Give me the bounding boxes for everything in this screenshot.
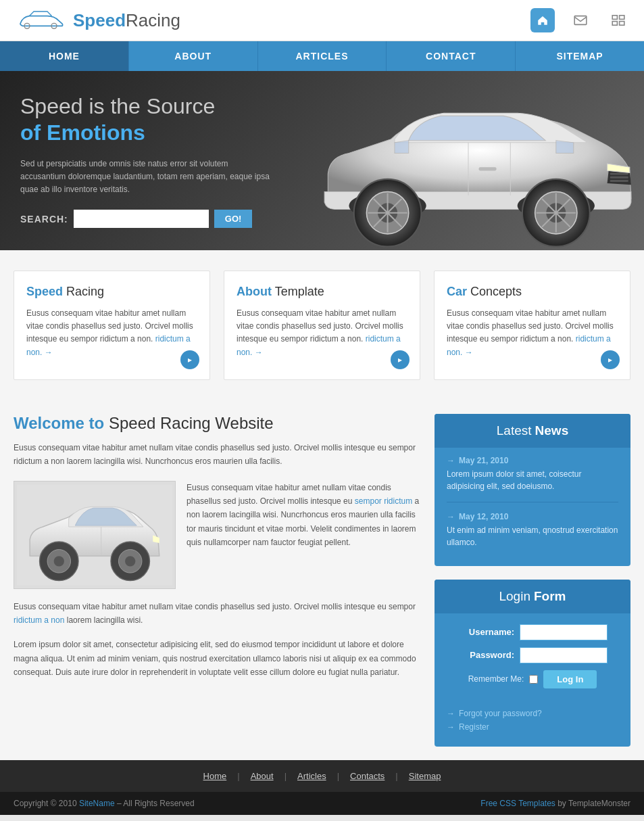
feature-speed-link[interactable]: ridictum a non. → [26, 334, 191, 356]
form-label-title: Form [534, 589, 566, 603]
welcome-title: Welcome to Speed Racing Website [14, 414, 421, 433]
logo-text: SpeedRacing [73, 10, 180, 31]
footer-sep-1: | [237, 771, 239, 781]
svg-rect-9 [610, 180, 628, 182]
feature-about-icon [391, 350, 410, 369]
username-row: Username: [447, 624, 618, 640]
svg-rect-7 [610, 173, 628, 175]
lorem-text: Lorem ipsum dolor sit amet, consectetur … [14, 638, 421, 679]
feature-speed: Speed Racing Eusus consequam vitae habit… [14, 271, 210, 380]
home-icon [537, 14, 549, 26]
login-links: Forgot your password? Register [435, 709, 630, 747]
feature-speed-icon [180, 350, 199, 369]
nav-contact[interactable]: CONTACT [387, 41, 516, 71]
news-date-2: May 12, 2010 [447, 512, 618, 521]
content-text: Eusus consequam vitae habitur amet nulla… [187, 481, 421, 589]
hero-section: Speed is the Source of Emotions Sed ut p… [0, 71, 644, 250]
free-css-link[interactable]: Free CSS Templates [480, 799, 555, 808]
feature-car-link[interactable]: ridictum a non. → [447, 334, 611, 356]
grid-icon [612, 15, 625, 26]
news-item-2: May 12, 2010 Ut enim ad minim veniam, qn… [447, 512, 618, 558]
latest-news-title: Latest News [497, 424, 568, 438]
svg-rect-4 [620, 16, 624, 20]
login-form-widget: Login Form Username: Password: Remember … [435, 580, 630, 747]
welcome-title-blue: Welcome to [14, 414, 104, 432]
logo-speed: Speed [73, 10, 126, 30]
mail-icon [574, 15, 587, 26]
hero-subtitle: of Emotions [20, 119, 270, 147]
login-title: Login Form [499, 590, 566, 603]
login-body: Username: Password: Remember Me: Log In [435, 613, 630, 709]
footer: Home | About | Articles | Contacts | Sit… [0, 760, 644, 792]
news-label: News [535, 423, 569, 438]
sidebar: Latest News May 21, 2010 Lorem ipsum dol… [435, 414, 630, 747]
feature-about-desc: Eusus consequam vitae habitur amet nulla… [237, 307, 407, 359]
feature-speed-desc: Eusus consequam vitae habitur amet nulla… [26, 307, 197, 359]
password-input[interactable] [520, 647, 608, 663]
log-in-button[interactable]: Log In [543, 670, 597, 688]
nav-articles[interactable]: ARTICLES [258, 41, 387, 71]
nav-sitemap[interactable]: SITEMAP [516, 41, 644, 71]
remember-checkbox[interactable] [529, 675, 538, 684]
home-button[interactable] [530, 8, 555, 32]
news-text-2: Ut enim ad minim veniam, qnostrud exerci… [447, 524, 618, 548]
feature-car-desc: Eusus consequam vitae habitur amet nulla… [447, 307, 618, 359]
welcome-desc: Eusus consequam vitae habitur amet nulla… [14, 441, 421, 469]
feature-car-title-blue: Car [447, 285, 467, 298]
ridictum-a-non-link[interactable]: ridictum a non [14, 615, 64, 625]
main-section: Welcome to Speed Racing Website Eusus co… [0, 400, 644, 760]
feature-about-link[interactable]: ridictum a non. → [237, 334, 401, 356]
hero-search-bar: SEARCH: GO! [20, 210, 270, 228]
username-input[interactable] [520, 624, 608, 640]
car-thumbnail [14, 481, 176, 589]
logo-area: SpeedRacing [14, 7, 180, 34]
feature-about: About Template Eusus consequam vitae hab… [224, 271, 420, 380]
footer-about-link[interactable]: About [251, 771, 274, 781]
search-input[interactable] [74, 210, 209, 228]
hero-car-image [286, 72, 644, 250]
feature-speed-title-rest: Racing [66, 285, 104, 298]
forgot-password-link[interactable]: Forgot your password? [447, 709, 618, 718]
footer-articles-link[interactable]: Articles [297, 771, 326, 781]
search-label: SEARCH: [20, 214, 68, 225]
site-name-link[interactable]: SiteName [79, 799, 115, 808]
header-icons [530, 8, 630, 32]
login-label: Login [499, 589, 530, 603]
svg-rect-3 [612, 16, 617, 20]
mail-button[interactable] [568, 8, 593, 32]
news-date-1: May 21, 2010 [447, 456, 618, 465]
logo-car-icon [14, 7, 68, 34]
content-after: Eusus consequam vitae habitur amet nulla… [14, 600, 421, 628]
footer-sitemap-link[interactable]: Sitemap [409, 771, 441, 781]
footer-contacts-link[interactable]: Contacts [350, 771, 385, 781]
username-label: Username: [447, 627, 514, 637]
register-link[interactable]: Register [447, 722, 618, 732]
feature-car: Car Concepts Eusus consequam vitae habit… [434, 271, 630, 380]
feature-car-title-rest: Concepts [470, 285, 522, 298]
footer-sep-2: | [284, 771, 287, 781]
footer-home-link[interactable]: Home [203, 771, 227, 781]
login-header: Login Form [435, 580, 630, 613]
svg-rect-2 [574, 16, 587, 25]
nav-about[interactable]: ABOUT [129, 41, 258, 71]
welcome-title-rest: Speed Racing Website [109, 414, 274, 432]
latest-news-header: Latest News [435, 414, 630, 448]
remember-row: Remember Me: Log In [447, 670, 618, 688]
svg-rect-6 [620, 22, 624, 26]
grid-button[interactable] [606, 8, 630, 32]
hero-content: Speed is the Source of Emotions Sed ut p… [0, 73, 291, 249]
copyright-right: Free CSS Templates by TemplateMonster [480, 799, 630, 808]
footer-sep-3: | [337, 771, 339, 781]
svg-rect-28 [479, 167, 497, 170]
svg-point-35 [125, 556, 135, 566]
svg-point-32 [54, 556, 64, 566]
remember-label: Remember Me: [468, 674, 524, 684]
password-row: Password: [447, 647, 618, 663]
news-text-1: Lorem ipsum dolor sit amet, coisectur ad… [447, 468, 618, 492]
nav-home[interactable]: HOME [0, 41, 129, 71]
sempor-ridictum-link[interactable]: sempor ridictum [355, 496, 412, 506]
svg-rect-5 [612, 22, 617, 26]
latest-label: Latest [497, 423, 532, 438]
footer-sep-4: | [395, 771, 397, 781]
go-button[interactable]: GO! [214, 210, 253, 228]
